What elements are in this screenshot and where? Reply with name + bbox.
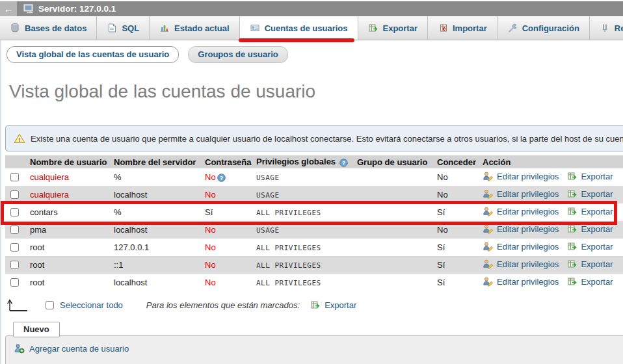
row-checkbox[interactable] xyxy=(10,173,19,181)
with-selected-row: Seleccionar todo Para los elementos que … xyxy=(7,297,623,313)
tab-import[interactable]: Importar xyxy=(428,16,497,40)
edit-privileges-link[interactable]: Editar privilegios xyxy=(483,188,559,199)
row-checkbox[interactable] xyxy=(10,278,19,287)
main-content: Vista global de las cuentas de usuarioGr… xyxy=(0,40,623,364)
edit-privileges-link[interactable]: Editar privilegios xyxy=(483,224,559,234)
tab-label: Exportar xyxy=(383,23,418,33)
export-icon xyxy=(567,224,577,234)
grant-flag: Sí xyxy=(437,278,445,287)
hostname: % xyxy=(114,172,122,182)
export-user-link[interactable]: Exportar xyxy=(567,259,613,269)
global-privileges: USAGE xyxy=(256,191,280,200)
password-flag: No xyxy=(205,242,216,252)
select-all-checkbox[interactable] xyxy=(46,301,54,309)
export-user-link[interactable]: Exportar xyxy=(567,276,613,287)
table-row: root127.0.0.1NoALL PRIVILEGESSíEditar pr… xyxy=(5,239,623,256)
new-section-fieldset: Agregar cuenta de usuario xyxy=(5,335,623,364)
export-user-link[interactable]: Exportar xyxy=(567,171,613,181)
grant-flag: Sí xyxy=(437,242,445,252)
header-action: Acción xyxy=(480,155,623,168)
header-grant: Conceder xyxy=(434,155,480,168)
edit-privileges-icon xyxy=(483,276,494,287)
back-button[interactable]: ← xyxy=(0,1,17,16)
row-checkbox[interactable] xyxy=(10,208,19,216)
import-icon xyxy=(438,23,448,33)
export-selected-link[interactable]: Exportar xyxy=(310,300,356,310)
table-row: root::1NoALL PRIVILEGESSíEditar privileg… xyxy=(5,256,623,274)
export-user-link[interactable]: Exportar xyxy=(567,206,613,216)
table-header-row: Nombre de usuario Nombre del servidor Co… xyxy=(5,155,623,168)
header-privileges: Privilegios globales ? xyxy=(254,155,354,168)
row-checkbox[interactable] xyxy=(10,226,19,234)
export-user-link[interactable]: Exportar xyxy=(567,224,613,234)
table-row: cualquiera%No?USAGENoEditar privilegiosE… xyxy=(5,168,623,186)
tab-user-accounts[interactable]: Cuentas de usuarios xyxy=(240,16,358,40)
tab-sql[interactable]: SQL xyxy=(97,16,150,40)
tab-settings[interactable]: Configuración xyxy=(497,16,590,40)
help-icon[interactable]: ? xyxy=(217,174,226,182)
username: root xyxy=(30,260,44,270)
subtab-accounts-overview[interactable]: Vista global de las cuentas de usuario xyxy=(7,46,179,63)
tab-export[interactable]: Exportar xyxy=(358,16,428,40)
header-user-group: Grupo de usuario xyxy=(354,155,434,168)
row-checkbox[interactable] xyxy=(10,261,19,269)
edit-privileges-link[interactable]: Editar privilegios xyxy=(483,276,559,287)
hostname: localhost xyxy=(114,190,147,200)
tab-label: SQL xyxy=(122,23,139,33)
hostname: 127.0.0.1 xyxy=(114,242,149,252)
add-user-link[interactable]: Agregar cuenta de usuario xyxy=(14,343,129,354)
password-flag: No xyxy=(205,172,216,182)
export-icon xyxy=(567,276,577,287)
password-flag: No xyxy=(205,278,216,287)
edit-privileges-link[interactable]: Editar privilegios xyxy=(483,171,559,181)
export-user-link[interactable]: Exportar xyxy=(567,241,613,252)
tab-label: Configuración xyxy=(522,23,579,33)
tab-databases[interactable]: Bases de datos xyxy=(0,16,97,40)
header-hostname: Nombre del servidor xyxy=(111,155,202,168)
select-all-label[interactable]: Seleccionar todo xyxy=(60,300,123,310)
help-icon[interactable]: ? xyxy=(339,159,348,167)
edit-privileges-link[interactable]: Editar privilegios xyxy=(483,206,559,216)
global-privileges: ALL PRIVILEGES xyxy=(256,261,321,270)
server-breadcrumb: Servidor: 127.0.0.1 xyxy=(38,4,116,14)
export-icon xyxy=(567,206,577,216)
edit-privileges-link[interactable]: Editar privilegios xyxy=(483,259,559,269)
export-user-link[interactable]: Exportar xyxy=(567,188,613,199)
export-icon xyxy=(567,188,577,199)
tab-label: Cuentas de usuarios xyxy=(265,23,348,33)
global-privileges: ALL PRIVILEGES xyxy=(256,244,321,252)
marked-items-label: Para los elementos que están marcados: xyxy=(146,300,300,310)
grant-flag: Sí xyxy=(437,207,445,217)
table-row: cualquieralocalhostNoUSAGENoEditar privi… xyxy=(5,186,623,203)
tab-label: Replicación xyxy=(615,23,623,33)
grant-flag: Sí xyxy=(437,260,445,270)
username: contars xyxy=(30,207,58,217)
svg-text:?: ? xyxy=(219,175,223,181)
edit-privileges-icon xyxy=(483,188,494,199)
status-icon xyxy=(159,23,170,33)
back-arrow-icon: ← xyxy=(4,3,14,14)
table-row: pmalocalhostNoUSAGENoEditar privilegiosE… xyxy=(5,221,623,239)
export-icon xyxy=(368,23,378,33)
new-section: Nuevo Agregar cuenta de usuario xyxy=(5,322,623,364)
export-icon xyxy=(310,300,321,310)
databases-icon xyxy=(10,23,20,33)
row-checkbox[interactable] xyxy=(10,243,19,252)
subtab-user-groups[interactable]: Groupos de usuario xyxy=(188,46,288,63)
accounts-table-body: cualquiera%No?USAGENoEditar privilegiosE… xyxy=(5,168,623,291)
check-all-arrow-icon xyxy=(7,298,30,312)
user-accounts-table: Nombre de usuario Nombre del servidor Co… xyxy=(5,155,623,291)
tab-status[interactable]: Estado actual xyxy=(150,16,240,40)
new-section-legend: Nuevo xyxy=(13,322,60,337)
tab-label: Bases de datos xyxy=(25,23,86,33)
warning-icon: ! xyxy=(14,133,25,144)
hostname: ::1 xyxy=(114,260,123,270)
replication-icon xyxy=(600,23,610,33)
username: root xyxy=(30,278,44,287)
tab-replication[interactable]: Replicación xyxy=(590,16,623,40)
row-checkbox[interactable] xyxy=(10,190,19,199)
warning-text: Existe una cuenta de usuario que permite… xyxy=(31,134,623,144)
hostname: % xyxy=(114,207,122,217)
user-accounts-icon xyxy=(250,23,260,33)
edit-privileges-link[interactable]: Editar privilegios xyxy=(483,241,559,252)
